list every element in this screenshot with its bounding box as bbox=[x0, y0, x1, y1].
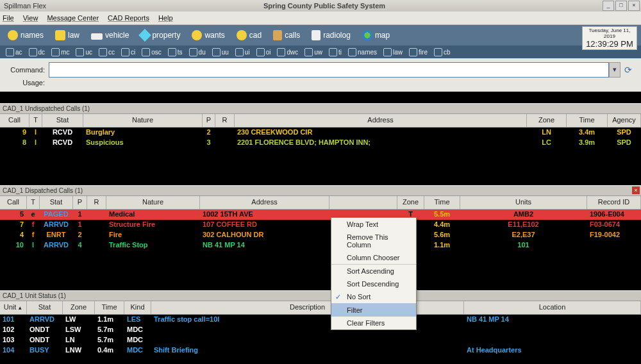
ctx-wrap-text[interactable]: Wrap Text bbox=[331, 218, 416, 231]
subtool-uc[interactable]: uc bbox=[74, 48, 94, 56]
toolbar-calls[interactable]: calls bbox=[269, 30, 304, 40]
subtool-ac[interactable]: ac bbox=[4, 48, 24, 56]
subtool-ts[interactable]: ts bbox=[166, 48, 185, 56]
toolbar-property[interactable]: property bbox=[137, 31, 184, 40]
col-location[interactable]: Location bbox=[464, 301, 641, 314]
col-call[interactable]: Call bbox=[0, 196, 27, 209]
table-row[interactable]: 5ePAGED1Medical1002 15TH AVET5.5mAMB2190… bbox=[0, 210, 641, 220]
table-row[interactable]: 9lRCVDBurglary2230 CREEKWOOD CIRLN3.4mSP… bbox=[0, 128, 641, 138]
table-row[interactable]: 10lARRVD4Traffic StopNB 41 MP 1471.1m101 bbox=[0, 240, 641, 251]
menu-cad-reports[interactable]: CAD Reports bbox=[108, 14, 149, 22]
col-kind[interactable]: Kind bbox=[124, 301, 151, 314]
toolbar-map[interactable]: map bbox=[358, 30, 394, 40]
undispatched-columns: Call T Stat Nature P R Address Zone Time… bbox=[0, 114, 641, 128]
table-row[interactable]: 101ARRVDLW1.1mLESTraffic stop call=10lNB… bbox=[0, 315, 641, 325]
col-address[interactable]: Address bbox=[200, 196, 329, 209]
col-agency[interactable]: Agency bbox=[608, 114, 641, 127]
maximize-button[interactable]: □ bbox=[615, 1, 627, 11]
col-zone[interactable]: Zone bbox=[397, 196, 424, 209]
subtool-ti[interactable]: ti bbox=[327, 48, 344, 56]
col-time[interactable]: Time bbox=[567, 114, 608, 127]
minimize-button[interactable]: _ bbox=[603, 1, 614, 11]
subtool-osc[interactable]: osc bbox=[140, 48, 163, 56]
col-r[interactable]: R bbox=[87, 196, 106, 209]
col-stat[interactable]: Stat bbox=[27, 301, 63, 314]
calls-icon bbox=[273, 30, 282, 40]
refresh-button[interactable]: ⟳ bbox=[624, 65, 635, 75]
command-dropdown[interactable]: ▾ bbox=[609, 62, 620, 78]
toolbar-label: names bbox=[21, 31, 44, 40]
toolbar-radiolog[interactable]: radiolog bbox=[308, 30, 354, 40]
ctx-clear-filters[interactable]: Clear Filters bbox=[331, 317, 416, 329]
col-stat[interactable]: Stat bbox=[40, 196, 73, 209]
toolbar-cad[interactable]: cad bbox=[233, 30, 265, 40]
dispatched-header[interactable]: CAD_1 Dispatched Calls (1) × bbox=[0, 185, 641, 196]
col-stat[interactable]: Stat bbox=[42, 114, 83, 127]
subtool-ci[interactable]: ci bbox=[119, 48, 137, 56]
close-button[interactable]: × bbox=[628, 1, 640, 11]
property-icon bbox=[139, 29, 152, 42]
col-p[interactable]: P bbox=[203, 114, 215, 127]
col-description[interactable]: Description bbox=[151, 301, 464, 314]
subtool-du[interactable]: du bbox=[187, 48, 208, 56]
subtool-mc[interactable]: mc bbox=[49, 48, 71, 56]
wants-icon bbox=[192, 30, 202, 40]
toolbar-label: map bbox=[375, 31, 390, 40]
col-t[interactable]: T bbox=[27, 196, 40, 209]
toolbar-vehicle[interactable]: vehicle bbox=[87, 31, 133, 40]
menu-help[interactable]: Help bbox=[158, 14, 173, 22]
menu-file[interactable]: File bbox=[3, 14, 14, 22]
col-zone[interactable]: Zone bbox=[527, 114, 567, 127]
toolbar-names[interactable]: names bbox=[4, 30, 47, 40]
table-row[interactable]: 8lRCVDSuspicious32201 FLORENCE BLVD; HAM… bbox=[0, 138, 641, 148]
subtool-cc[interactable]: cc bbox=[97, 48, 117, 56]
sort-icon: ▲ bbox=[17, 305, 22, 311]
col-address[interactable]: Address bbox=[235, 114, 527, 127]
subtool-law[interactable]: law bbox=[381, 48, 404, 56]
ctx-sort-descending[interactable]: Sort Descending bbox=[331, 277, 416, 290]
col-p[interactable]: P bbox=[73, 196, 87, 209]
col-nature[interactable]: Nature bbox=[106, 196, 200, 209]
panel-close-icon[interactable]: × bbox=[632, 186, 640, 194]
undispatched-header[interactable]: CAD_1 Undispatched Calls (1) bbox=[0, 103, 641, 114]
command-input[interactable] bbox=[49, 62, 609, 78]
col-time[interactable]: Time bbox=[95, 301, 124, 314]
menu-message-center[interactable]: Message Center bbox=[47, 14, 99, 22]
col-t[interactable]: T bbox=[29, 114, 42, 127]
table-row[interactable]: 103ONDTLN5.7mMDC bbox=[0, 335, 641, 345]
col-time[interactable]: Time bbox=[424, 196, 460, 209]
toolbar-wants[interactable]: wants bbox=[188, 30, 228, 40]
ctx-remove-this-column[interactable]: Remove This Column bbox=[331, 231, 416, 251]
unit-status-header[interactable]: CAD_1 Unit Status (1) bbox=[0, 290, 641, 301]
table-row[interactable]: 104BUSYLNW0.4mMDCShift BriefingAt Headqu… bbox=[0, 345, 641, 356]
col-unit[interactable]: Unit▲ bbox=[0, 301, 27, 314]
subtool-names[interactable]: names bbox=[346, 48, 379, 56]
subtool-oi[interactable]: oi bbox=[254, 48, 273, 56]
table-row[interactable]: 7fARRVD1Structure Fire107 COFFEE RD74.4m… bbox=[0, 220, 641, 230]
column-context-menu[interactable]: Wrap TextRemove This ColumnColumn Choose… bbox=[331, 217, 417, 330]
check-icon: ✓ bbox=[335, 293, 341, 301]
toolbar-label: property bbox=[152, 31, 180, 40]
subtool-dwc[interactable]: dwc bbox=[275, 48, 300, 56]
subtool-uw[interactable]: uw bbox=[303, 48, 324, 56]
subtool-fire[interactable]: fire bbox=[407, 48, 429, 56]
col-zone[interactable]: Zone bbox=[63, 301, 95, 314]
subtool-cb[interactable]: cb bbox=[432, 48, 453, 56]
col-r[interactable]: R bbox=[215, 114, 235, 127]
ctx-filter[interactable]: Filter bbox=[331, 303, 416, 317]
ctx-no-sort[interactable]: ✓No Sort bbox=[331, 290, 416, 303]
ctx-sort-ascending[interactable]: Sort Ascending bbox=[331, 264, 416, 277]
table-row[interactable]: 102ONDTLSW5.7mMDC bbox=[0, 325, 641, 335]
menu-view[interactable]: View bbox=[23, 14, 38, 22]
clock: Tuesday, June 11, 2019 12:39:29 PM bbox=[582, 26, 637, 50]
table-row[interactable]: 4fENRT2Fire302 CALHOUN DR75.6mE2,E37F19-… bbox=[0, 230, 641, 240]
subtool-uu[interactable]: uu bbox=[210, 48, 231, 56]
toolbar-law[interactable]: law bbox=[51, 30, 83, 40]
col-nature[interactable]: Nature bbox=[83, 114, 203, 127]
ctx-column-chooser[interactable]: Column Chooser bbox=[331, 251, 416, 264]
col-record[interactable]: Record ID bbox=[587, 196, 641, 209]
col-call[interactable]: Call bbox=[0, 114, 29, 127]
subtool-dc[interactable]: dc bbox=[27, 48, 47, 56]
col-units[interactable]: Units bbox=[460, 196, 587, 209]
subtool-ui[interactable]: ui bbox=[233, 48, 252, 56]
